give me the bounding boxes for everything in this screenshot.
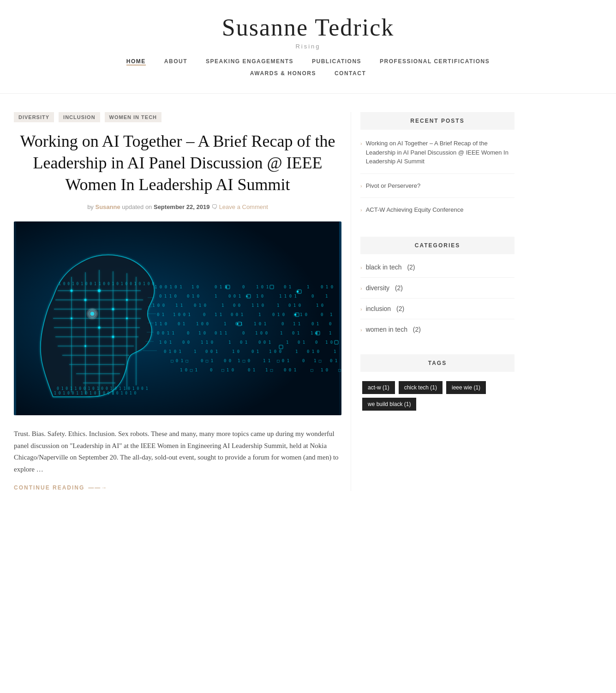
main-layout: DIVERSITY INCLUSION WOMEN IN TECH Workin…	[0, 94, 616, 509]
recent-post-link[interactable]: Working on AI Together – A Brief Recap o…	[366, 139, 514, 166]
categories-heading: CATEGORIES	[360, 237, 514, 254]
nav-contact[interactable]: CONTACT	[335, 70, 366, 77]
tag-item[interactable]: chick tech (1)	[399, 381, 443, 394]
nav-home[interactable]: HOME	[126, 58, 146, 66]
svg-text:0: 0	[187, 331, 189, 335]
category-item[interactable]: › inclusion (2)	[360, 305, 514, 319]
tag-inclusion[interactable]: INCLUSION	[59, 112, 100, 122]
tag-item[interactable]: act-w (1)	[362, 381, 395, 394]
sidebar: RECENT POSTS › Working on AI Together – …	[351, 112, 524, 491]
svg-text:1: 1	[224, 322, 226, 326]
svg-text:0 1: 0 1	[251, 349, 259, 354]
svg-text:1 1 0: 1 1 0	[201, 340, 213, 345]
svg-text:□: □	[311, 368, 313, 372]
svg-point-145	[297, 291, 299, 293]
svg-text:0 1: 0 1	[178, 322, 185, 326]
tag-women-in-tech[interactable]: WOMEN IN TECH	[105, 112, 161, 122]
tag-item[interactable]: we build black (1)	[362, 398, 416, 411]
category-count: (2)	[395, 305, 404, 312]
svg-point-28	[112, 336, 114, 338]
continue-reading-arrow: ——→	[88, 484, 108, 491]
continue-reading-link[interactable]: CONTINUE READING ——→	[14, 484, 341, 491]
nav-speaking[interactable]: SPEAKING ENGAGEMENTS	[206, 58, 293, 66]
nav-row-1: HOME ABOUT SPEAKING ENGAGEMENTS PUBLICAT…	[9, 58, 607, 66]
svg-text:1 0 0 1: 1 0 0 1	[173, 312, 191, 317]
svg-point-24	[71, 317, 72, 319]
svg-text:0 1 0: 0 1 0	[194, 303, 206, 308]
svg-text:1 0: 1 0	[300, 312, 307, 317]
svg-text:0: 0	[281, 322, 284, 326]
sidebar-tags: TAGS act-w (1) chick tech (1) ieee wie (…	[360, 354, 514, 411]
svg-text:0 1 0: 0 1 0	[272, 312, 285, 317]
site-tagline: Rising	[9, 43, 607, 50]
svg-text:1: 1	[228, 340, 231, 345]
svg-text:0: 0	[242, 331, 245, 335]
svg-point-25	[98, 327, 101, 329]
sidebar-categories: CATEGORIES › black in tech (2) › diversi…	[360, 237, 514, 340]
nav-certifications[interactable]: PROFESSIONAL CERTIFICATIONS	[380, 58, 490, 66]
svg-text:0 0 1: 0 0 1	[205, 349, 218, 354]
recent-post-item[interactable]: › ACT-W Achieving Equity Conference	[360, 205, 514, 222]
main-content: DIVERSITY INCLUSION WOMEN IN TECH Workin…	[0, 112, 351, 491]
svg-text:1: 1	[330, 312, 332, 317]
post-date: September 22, 2019	[154, 203, 209, 210]
recent-post-item[interactable]: › Working on AI Together – A Brief Recap…	[360, 139, 514, 174]
category-count: (2)	[411, 326, 421, 333]
category-count: (2)	[406, 263, 415, 271]
svg-text:1 □: 1 □	[314, 358, 322, 363]
nav-awards[interactable]: AWARDS & HONORS	[250, 70, 316, 77]
svg-text:0 1 0: 0 1 0	[187, 294, 199, 299]
svg-text:1: 1	[286, 340, 288, 345]
svg-text:0 □ 1: 0 □ 1	[201, 358, 213, 363]
category-label: black in tech	[366, 263, 402, 271]
featured-image: 1 0 0 1 0 1 1 0 0 1 1 0 1 0 1 0 1 1 0 1 …	[14, 221, 341, 415]
nav-about[interactable]: ABOUT	[164, 58, 187, 66]
post-author[interactable]: Susanne	[95, 203, 120, 210]
svg-text:0 1: 0 1	[298, 340, 305, 345]
svg-text:0 0 1: 0 0 1	[284, 368, 296, 372]
svg-text:1: 1	[221, 303, 224, 308]
chevron-icon: ›	[360, 286, 362, 291]
category-item[interactable]: › black in tech (2)	[360, 263, 514, 278]
svg-point-20	[84, 299, 87, 301]
svg-point-23	[126, 299, 128, 301]
nav-publications[interactable]: PUBLICATIONS	[312, 58, 361, 66]
svg-text:1 1 0: 1 1 0	[251, 303, 264, 308]
svg-point-148	[316, 333, 317, 334]
svg-text:1 □: 1 □	[265, 368, 273, 372]
svg-text:0 0: 0 0	[182, 340, 190, 345]
chevron-icon: ›	[360, 140, 362, 148]
tag-item[interactable]: ieee wie (1)	[446, 381, 486, 394]
chevron-icon: ›	[360, 306, 362, 312]
svg-text:1 0: 1 0	[316, 303, 323, 308]
post-leave-comment[interactable]: Leave a Comment	[219, 203, 268, 210]
site-header: Susanne Tedrick Rising HOME ABOUT SPEAKI…	[0, 0, 616, 94]
post-title: Working on AI Together – A Brief Recap o…	[14, 131, 341, 195]
svg-text:1 0 1: 1 0 1	[159, 340, 172, 345]
svg-point-146	[237, 323, 239, 325]
svg-text:1 0: 1 0	[191, 285, 199, 289]
category-item[interactable]: › diversity (2)	[360, 284, 514, 299]
svg-text:0 1 0 1: 0 1 0 1	[164, 349, 181, 354]
recent-post-link[interactable]: ACT-W Achieving Equity Conference	[366, 205, 464, 215]
svg-text:1 0 1: 1 0 1	[254, 322, 266, 326]
tag-diversity[interactable]: DIVERSITY	[14, 112, 54, 122]
svg-text:0 1: 0 1	[284, 285, 291, 289]
svg-text:0 1 1: 0 1 1	[215, 285, 227, 289]
svg-text:1 0: 1 0	[256, 294, 263, 299]
svg-point-19	[71, 290, 73, 292]
svg-text:1: 1	[277, 303, 279, 308]
svg-text:0: 0	[311, 294, 314, 299]
recent-post-link[interactable]: Pivot or Perservere?	[366, 181, 421, 191]
post-excerpt: Trust. Bias. Safety. Ethics. Inclusion. …	[14, 428, 341, 475]
svg-text:1 0 □ 1: 1 0 □ 1	[180, 368, 197, 372]
svg-text:0: 0	[315, 340, 317, 345]
svg-text:□ 0 1 □: □ 0 1 □	[171, 358, 189, 363]
svg-text:□: □	[338, 368, 341, 372]
svg-text:0 0 1: 0 0 1	[228, 294, 241, 299]
svg-text:0 1: 0 1	[330, 358, 337, 363]
svg-point-147	[294, 314, 296, 316]
svg-text:1 0 0: 1 0 0	[152, 303, 165, 308]
recent-post-item[interactable]: › Pivot or Perservere?	[360, 181, 514, 198]
category-item[interactable]: › women in tech (2)	[360, 326, 514, 340]
